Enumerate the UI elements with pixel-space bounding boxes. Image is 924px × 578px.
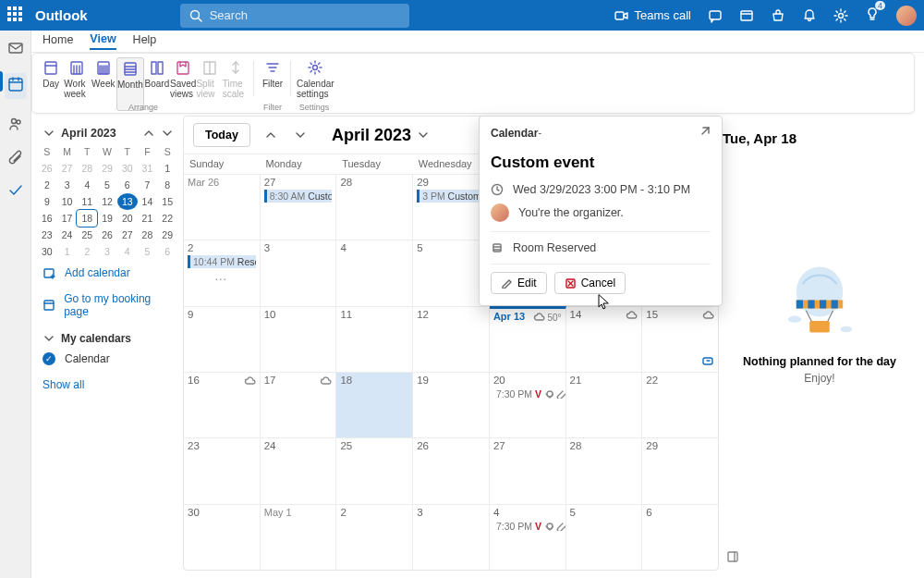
tab-view[interactable]: View [90, 32, 116, 50]
my-calendars-header[interactable]: My calendars [37, 325, 177, 349]
cancel-event-button[interactable]: Cancel [554, 272, 626, 294]
balloon-illustration [778, 263, 861, 346]
calendar-title[interactable]: April 2023 [332, 126, 428, 145]
brand-name: Outlook [35, 7, 88, 23]
ribbon-tabs: Home View Help [31, 31, 924, 53]
svg-rect-59 [728, 552, 737, 561]
bell-icon[interactable] [802, 8, 817, 23]
svg-rect-8 [9, 43, 22, 53]
mail-icon[interactable] [7, 40, 24, 56]
calendar-sidebar: April 2023 SMTWTFS2627282930311234567891… [33, 116, 181, 578]
agenda-date: Tue, Apr 18 [721, 116, 798, 161]
event-popup: Calendar - Custom event Wed 3/29/2023 3:… [479, 116, 723, 306]
svg-point-14 [17, 120, 20, 124]
todo-icon[interactable] [7, 182, 24, 199]
location-icon [491, 241, 504, 254]
store-icon[interactable] [771, 8, 785, 23]
mini-calendar[interactable]: SMTWTFS262728293031123456789101112131415… [37, 143, 177, 260]
add-calendar-link[interactable]: Add calendar [37, 260, 177, 286]
next-month-button[interactable] [289, 125, 310, 145]
svg-line-1 [198, 18, 201, 21]
svg-point-57 [788, 316, 801, 323]
search-icon [189, 9, 202, 22]
chevron-down-icon [43, 333, 54, 344]
svg-rect-52 [820, 301, 826, 309]
edit-icon [501, 277, 512, 289]
organizer-avatar [491, 203, 509, 222]
people-icon[interactable] [7, 116, 24, 132]
tab-home[interactable]: Home [43, 33, 73, 49]
mini-cal-header: April 2023 [37, 123, 177, 143]
tab-help[interactable]: Help [133, 33, 157, 49]
teams-call-label: Teams call [635, 8, 691, 22]
event-title: Custom event [491, 154, 711, 172]
svg-rect-54 [809, 321, 830, 333]
account-avatar[interactable] [896, 6, 917, 26]
svg-rect-51 [808, 301, 814, 309]
ribbon-group-settings-label: Settings [291, 103, 337, 112]
chevron-down-icon[interactable] [43, 128, 54, 139]
svg-rect-4 [741, 11, 752, 20]
mini-cal-prev-icon[interactable] [142, 128, 153, 139]
today-button[interactable]: Today [193, 123, 250, 147]
svg-rect-2 [615, 12, 624, 19]
search-input[interactable] [210, 8, 400, 22]
search-box[interactable] [180, 4, 409, 28]
tips-icon[interactable]: 4 [865, 6, 880, 25]
svg-rect-62 [493, 244, 501, 252]
svg-rect-53 [832, 301, 838, 309]
svg-rect-3 [710, 11, 721, 19]
app-rail [0, 31, 31, 578]
mini-cal-next-icon[interactable] [161, 128, 172, 139]
svg-rect-15 [45, 62, 56, 74]
event-room: Room Reserved [513, 241, 596, 254]
svg-point-13 [11, 119, 16, 124]
svg-point-58 [841, 326, 853, 332]
agenda-collapse-icon[interactable] [726, 550, 739, 567]
svg-point-6 [839, 13, 844, 18]
edit-event-button[interactable]: Edit [491, 272, 547, 294]
chevron-down-icon [417, 129, 428, 141]
bookings-icon [43, 299, 55, 312]
calendar-icon[interactable] [7, 76, 24, 92]
ribbon: Day Work week Week Month Board Saved vie… [31, 53, 915, 114]
mini-cal-month: April 2023 [61, 127, 116, 140]
booking-page-link[interactable]: Go to my booking page [37, 286, 177, 325]
gear-icon[interactable] [833, 8, 848, 23]
clock-icon [491, 183, 504, 196]
cancel-icon [565, 277, 576, 289]
svg-rect-33 [177, 62, 188, 74]
prev-month-button[interactable] [260, 125, 280, 145]
agenda-pane: Tue, Apr 18 Nothing planned for the day … [721, 116, 918, 571]
notification-badge: 4 [875, 1, 885, 10]
popup-breadcrumb-sep: - [538, 127, 541, 140]
agenda-empty-title: Nothing planned for the day [743, 355, 896, 368]
event-room-row: Room Reserved [491, 238, 711, 258]
agenda-empty-subtitle: Enjoy! [804, 372, 834, 385]
meet-now-icon[interactable] [739, 8, 754, 23]
event-time: Wed 3/29/2023 3:00 PM - 3:10 PM [513, 183, 690, 196]
chat-icon[interactable] [708, 8, 723, 23]
ribbon-group-arrange-label: Arrange [32, 103, 254, 112]
event-time-row: Wed 3/29/2023 3:00 PM - 3:10 PM [491, 179, 711, 200]
teams-call-link[interactable]: Teams call [614, 8, 691, 23]
calendar-plus-icon [43, 266, 55, 279]
svg-point-40 [313, 66, 318, 70]
calendar-check-icon [43, 352, 55, 365]
event-organizer: You're the organizer. [518, 206, 624, 219]
add-calendar-label: Add calendar [65, 266, 130, 279]
my-calendars-label: My calendars [61, 332, 131, 345]
svg-rect-32 [158, 62, 163, 74]
app-launcher-icon[interactable] [7, 6, 26, 25]
popup-breadcrumb-calendar: Calendar [491, 127, 538, 140]
svg-rect-44 [44, 301, 54, 310]
svg-rect-31 [152, 62, 156, 74]
calendar-item[interactable]: Calendar [37, 349, 177, 369]
ribbon-group-filter-label: Filter [254, 103, 291, 112]
attach-icon[interactable] [7, 149, 24, 166]
title-bar: Outlook Teams call 4 [0, 0, 924, 31]
expand-popup-button[interactable] [699, 126, 711, 141]
svg-rect-9 [9, 79, 22, 91]
show-all-link[interactable]: Show all [37, 369, 177, 400]
video-icon [614, 8, 629, 23]
